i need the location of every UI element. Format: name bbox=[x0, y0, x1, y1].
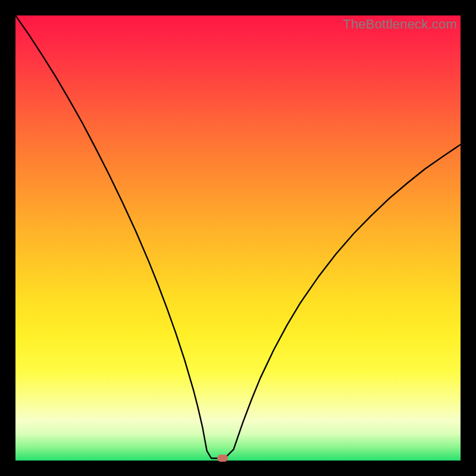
chart-plot-area: TheBottleneck.com bbox=[15, 15, 461, 461]
chart-frame: TheBottleneck.com bbox=[0, 0, 476, 476]
bottleneck-marker bbox=[217, 455, 228, 462]
bottleneck-curve bbox=[15, 15, 461, 461]
